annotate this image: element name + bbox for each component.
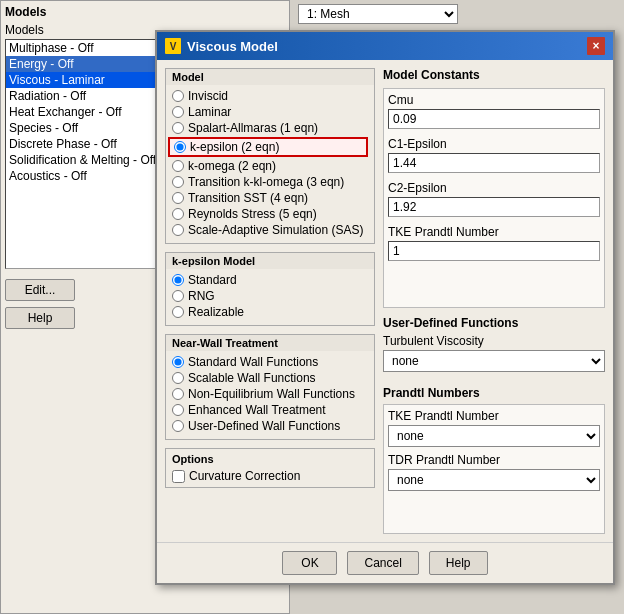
curvature-correction-label: Curvature Correction	[189, 469, 300, 483]
c2epsilon-input[interactable]	[388, 197, 600, 217]
constants-scroll-area[interactable]: Cmu C1-Epsilon C2-Epsilon TKE Prandtl Nu…	[383, 88, 605, 308]
dialog-footer: OK Cancel Help	[157, 542, 613, 583]
radio-komega-input[interactable]	[172, 160, 184, 172]
radio-inviscid-input[interactable]	[172, 90, 184, 102]
radio-userdefined-wall-input[interactable]	[172, 420, 184, 432]
radio-standard-wall: Standard Wall Functions	[172, 355, 368, 369]
options-section: Options Curvature Correction	[165, 448, 375, 488]
constant-tke-prandtl: TKE Prandtl Number	[388, 225, 600, 261]
radio-laminar-label: Laminar	[188, 105, 231, 119]
radio-transition-kkl-input[interactable]	[172, 176, 184, 188]
c1epsilon-input[interactable]	[388, 153, 600, 173]
dialog-icon: V	[165, 38, 181, 54]
model-constants-title: Model Constants	[383, 68, 605, 82]
radio-transition-sst-input[interactable]	[172, 192, 184, 204]
radio-rng-input[interactable]	[172, 290, 184, 302]
cancel-button[interactable]: Cancel	[347, 551, 418, 575]
close-button[interactable]: ×	[587, 37, 605, 55]
radio-standard: Standard	[172, 273, 368, 287]
turbulent-viscosity-select[interactable]: none	[383, 350, 605, 372]
radio-spalart-input[interactable]	[172, 122, 184, 134]
radio-enhanced-wall: Enhanced Wall Treatment	[172, 403, 368, 417]
radio-reynolds-input[interactable]	[172, 208, 184, 220]
edit-button[interactable]: Edit...	[5, 279, 75, 301]
radio-enhanced-wall-input[interactable]	[172, 404, 184, 416]
mesh-dropdown[interactable]: 1: Mesh	[298, 4, 458, 24]
kepsilon-section-title: k-epsilon Model	[166, 253, 374, 269]
udf-turbulent-viscosity: Turbulent Viscosity none	[383, 334, 605, 372]
tdr-prandtl-udf: TDR Prandtl Number none	[388, 453, 600, 491]
radio-realizable-input[interactable]	[172, 306, 184, 318]
dialog-titlebar: V Viscous Model ×	[157, 32, 613, 60]
viscous-model-dialog: V Viscous Model × Model Inviscid Laminar	[155, 30, 615, 585]
radio-realizable: Realizable	[172, 305, 368, 319]
tke-prandtl-udf: TKE Prandtl Number none	[388, 409, 600, 447]
ok-button[interactable]: OK	[282, 551, 337, 575]
radio-spalart-label: Spalart-Allmaras (1 eqn)	[188, 121, 318, 135]
tke-prandtl-label: TKE Prandtl Number	[388, 225, 600, 239]
radio-reynolds: Reynolds Stress (5 eqn)	[172, 207, 368, 221]
tke-prandtl-input[interactable]	[388, 241, 600, 261]
cmu-label: Cmu	[388, 93, 600, 107]
cmu-input[interactable]	[388, 109, 600, 129]
c1epsilon-label: C1-Epsilon	[388, 137, 600, 151]
radio-inviscid-label: Inviscid	[188, 89, 228, 103]
radio-reynolds-label: Reynolds Stress (5 eqn)	[188, 207, 317, 221]
help-button-bg[interactable]: Help	[5, 307, 75, 329]
model-section: Model Inviscid Laminar Spalart-Allmaras …	[165, 68, 375, 244]
radio-transition-kkl-label: Transition k-kl-omega (3 eqn)	[188, 175, 344, 189]
prandtl-scroll-area[interactable]: TKE Prandtl Number none TDR Prandtl Numb…	[383, 404, 605, 534]
radio-kepsilon-label: k-epsilon (2 eqn)	[190, 140, 279, 154]
tdr-prandtl-select[interactable]: none	[388, 469, 600, 491]
radio-komega-label: k-omega (2 eqn)	[188, 159, 276, 173]
radio-userdefined-wall: User-Defined Wall Functions	[172, 419, 368, 433]
radio-nonequil-wall-label: Non-Equilibrium Wall Functions	[188, 387, 355, 401]
constant-c2epsilon: C2-Epsilon	[388, 181, 600, 217]
radio-sas-label: Scale-Adaptive Simulation (SAS)	[188, 223, 363, 237]
radio-standard-input[interactable]	[172, 274, 184, 286]
udf-title: User-Defined Functions	[383, 316, 605, 330]
udf-section: User-Defined Functions Turbulent Viscosi…	[383, 316, 605, 378]
prandtl-section: Prandtl Numbers TKE Prandtl Number none …	[383, 386, 605, 534]
radio-nonequil-wall-input[interactable]	[172, 388, 184, 400]
radio-standard-label: Standard	[188, 273, 237, 287]
right-column: Model Constants Cmu C1-Epsilon C2-Epsilo…	[383, 68, 605, 534]
radio-rng: RNG	[172, 289, 368, 303]
panel-title: Models	[5, 5, 285, 19]
radio-komega: k-omega (2 eqn)	[172, 159, 368, 173]
near-wall-section: Near-Wall Treatment Standard Wall Functi…	[165, 334, 375, 440]
c2epsilon-label: C2-Epsilon	[388, 181, 600, 195]
radio-transition-sst-label: Transition SST (4 eqn)	[188, 191, 308, 205]
radio-kepsilon-input[interactable]	[174, 141, 186, 153]
radio-scalable-wall-label: Scalable Wall Functions	[188, 371, 316, 385]
radio-sas: Scale-Adaptive Simulation (SAS)	[172, 223, 368, 237]
radio-nonequil-wall: Non-Equilibrium Wall Functions	[172, 387, 368, 401]
options-title: Options	[172, 453, 368, 465]
kepsilon-section: k-epsilon Model Standard RNG Realizable	[165, 252, 375, 326]
radio-standard-wall-input[interactable]	[172, 356, 184, 368]
checkbox-curvature: Curvature Correction	[172, 469, 368, 483]
constant-cmu: Cmu	[388, 93, 600, 129]
tke-prandtl-select[interactable]: none	[388, 425, 600, 447]
dialog-title: Viscous Model	[187, 39, 278, 54]
near-wall-title: Near-Wall Treatment	[166, 335, 374, 351]
left-column: Model Inviscid Laminar Spalart-Allmaras …	[165, 68, 375, 534]
radio-transition-sst: Transition SST (4 eqn)	[172, 191, 368, 205]
radio-sas-input[interactable]	[172, 224, 184, 236]
top-bar: 1: Mesh	[290, 0, 624, 28]
radio-transition-kkl: Transition k-kl-omega (3 eqn)	[172, 175, 368, 189]
radio-laminar-input[interactable]	[172, 106, 184, 118]
tke-prandtl-udf-label: TKE Prandtl Number	[388, 409, 600, 423]
radio-scalable-wall-input[interactable]	[172, 372, 184, 384]
prandtl-title: Prandtl Numbers	[383, 386, 605, 400]
radio-spalart: Spalart-Allmaras (1 eqn)	[172, 121, 368, 135]
constant-c1epsilon: C1-Epsilon	[388, 137, 600, 173]
help-button[interactable]: Help	[429, 551, 488, 575]
radio-userdefined-wall-label: User-Defined Wall Functions	[188, 419, 340, 433]
radio-rng-label: RNG	[188, 289, 215, 303]
model-section-title: Model	[166, 69, 374, 85]
turbulent-viscosity-label: Turbulent Viscosity	[383, 334, 605, 348]
curvature-correction-checkbox[interactable]	[172, 470, 185, 483]
radio-inviscid: Inviscid	[172, 89, 368, 103]
radio-kepsilon-highlighted: k-epsilon (2 eqn)	[168, 137, 368, 157]
